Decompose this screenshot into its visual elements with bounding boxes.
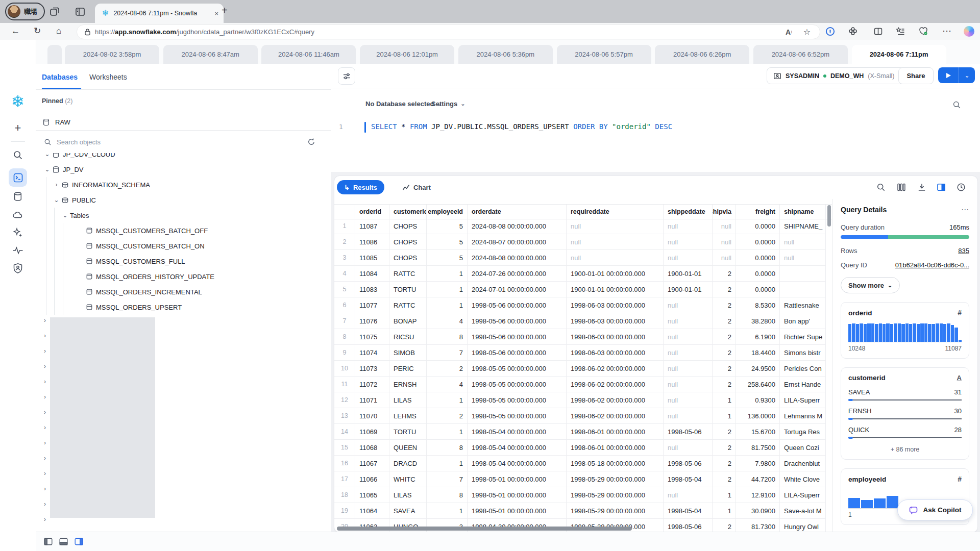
tab-close-icon[interactable]: × — [214, 10, 218, 17]
worksheet-tab[interactable]: 2024-08-06 11:46am — [261, 45, 356, 64]
table-row[interactable]: 1311070LEHMS21998-05-05 00:00:00.0001998… — [334, 408, 826, 424]
table-row[interactable]: 211086CHOPS52024-08-07 00:00:00.000nulln… — [334, 234, 826, 250]
layout-bottom-icon[interactable] — [59, 538, 68, 545]
table-row[interactable]: 811075RICSU81998-05-06 00:00:00.0001998-… — [334, 329, 826, 345]
table-row[interactable]: 711076BONAP41998-05-06 00:00:00.0001998-… — [334, 313, 826, 329]
favorite-star-icon[interactable]: ☆ — [803, 27, 811, 37]
chevron-right-icon[interactable]: › — [44, 378, 46, 385]
column-header-shipvia[interactable]: shipvia — [713, 205, 736, 219]
column-header-employeeid[interactable]: employeeid — [427, 205, 468, 219]
tab-results[interactable]: ↳ Results — [337, 180, 384, 194]
query-id-link[interactable]: 01b62a84-0c06-dd6c-0... — [895, 261, 969, 269]
column-header-requireddate[interactable]: requireddate — [567, 205, 664, 219]
extensions-icon[interactable] — [847, 25, 859, 37]
details-more-icon[interactable]: ⋯ — [961, 205, 969, 214]
chevron-down-icon[interactable]: ⌄ — [44, 166, 50, 172]
chevron-right-icon[interactable]: › — [44, 455, 46, 462]
results-search-icon[interactable] — [876, 183, 886, 192]
more-values-label[interactable]: + 86 more — [848, 446, 962, 453]
chevron-right-icon[interactable]: › — [44, 363, 46, 370]
browser-settings-icon[interactable]: ⋯ — [941, 25, 953, 37]
worksheet-tab[interactable]: 2024-08-06 5:36pm — [458, 45, 553, 64]
tree-item-mssql-customers-full[interactable]: MSSQL_CUSTOMERS_FULL — [36, 254, 331, 269]
chevron-right-icon[interactable]: › — [44, 485, 46, 492]
snowflake-logo[interactable]: ❄ — [0, 92, 36, 111]
vertical-scrollbar[interactable] — [827, 205, 831, 227]
share-button[interactable]: Share — [898, 67, 934, 84]
ai-sparkles-icon[interactable] — [0, 227, 36, 238]
chevron-right-icon[interactable]: › — [44, 439, 46, 446]
top-value-row[interactable]: QUICK28 — [848, 426, 962, 438]
back-icon[interactable]: ← — [11, 25, 20, 37]
table-row[interactable]: 311085CHOPS52024-08-08 00:00:00.000nulln… — [334, 250, 826, 266]
tree-item-jp-dv[interactable]: ⌄JP_DV — [36, 162, 331, 177]
table-row[interactable]: 411084RATTC12024-07-26 00:00:00.0001900-… — [334, 266, 826, 282]
worksheet-tab[interactable]: 2024-08-06 12:01pm — [360, 45, 454, 64]
column-card-orderid[interactable]: orderid # 10248 11087 — [841, 302, 969, 359]
data-icon[interactable] — [0, 191, 36, 202]
ask-copilot-button[interactable]: Ask Copilot — [897, 499, 973, 520]
worksheet-tab[interactable]: 2024-08-06 8:47am — [163, 45, 258, 64]
worksheet-tab-partial[interactable] — [47, 45, 62, 64]
run-options-chevron-icon[interactable]: ⌄ — [959, 67, 975, 83]
tree-item-jp-cdv-cloud[interactable]: ⌄JP_CDV_CLOUD — [36, 153, 331, 162]
column-card-customerid[interactable]: customerid A SAVEA31ERNSH30QUICK28 + 86 … — [841, 367, 969, 460]
download-icon[interactable] — [917, 183, 926, 192]
copilot-icon[interactable] — [963, 25, 975, 37]
column-header-freight[interactable]: freight — [736, 205, 780, 219]
chevron-right-icon[interactable]: › — [44, 332, 46, 339]
browser-essentials-icon[interactable] — [917, 25, 929, 37]
layout-left-icon[interactable] — [44, 538, 53, 545]
table-row[interactable]: 1511068QUEEN81998-05-04 00:00:00.0001998… — [334, 440, 826, 456]
table-row[interactable]: 511083TORTU12024-07-01 00:00:00.0001900-… — [334, 282, 826, 297]
tree-item-information-schema[interactable]: ›INFORMATION_SCHEMA — [36, 177, 331, 192]
table-row[interactable]: 1811065LILAS81998-05-01 00:00:00.0001998… — [334, 487, 826, 503]
address-bar[interactable]: https://app.snowflake.com/jugdhon/cdata_… — [77, 24, 820, 39]
tree-item-tables[interactable]: ⌄Tables — [36, 208, 331, 223]
top-value-row[interactable]: SAVEA31 — [848, 388, 962, 400]
worksheets-icon[interactable] — [9, 168, 27, 187]
table-row[interactable]: 1611067DRACD11998-05-04 00:00:00.0001998… — [334, 456, 826, 471]
worksheet-tab[interactable]: 2024-08-06 6:52pm — [753, 45, 848, 64]
table-row[interactable]: 1111072ERNSH41998-05-05 00:00:00.0001998… — [334, 377, 826, 392]
table-row[interactable]: 1711066WHITC71998-05-01 00:00:00.0001998… — [334, 471, 826, 487]
run-button[interactable]: ⌄ — [938, 67, 975, 83]
worksheet-tab[interactable]: 2024-08-06 6:26pm — [655, 45, 749, 64]
sidebar-tab-worksheets[interactable]: Worksheets — [89, 73, 127, 81]
table-row[interactable]: 1011073PERIC21998-05-05 00:00:00.0001998… — [334, 361, 826, 377]
chevron-down-icon[interactable]: ⌄ — [54, 197, 59, 203]
rows-value-link[interactable]: 835 — [958, 247, 969, 255]
chevron-right-icon[interactable]: › — [44, 470, 46, 477]
password-manager-icon[interactable] — [824, 25, 836, 37]
sql-statement[interactable]: SELECT * FROM JP_DV.PUBLIC.MSSQL_ORDERS_… — [371, 122, 672, 131]
worksheet-tab[interactable]: 2024-08-06 5:57pm — [557, 45, 651, 64]
split-screen-icon[interactable] — [872, 25, 884, 37]
chevron-right-icon[interactable]: › — [44, 500, 46, 508]
chevron-down-icon[interactable]: ⌄ — [44, 153, 50, 157]
table-row[interactable]: 1211071LILAS11998-05-05 00:00:00.0001998… — [334, 392, 826, 408]
column-header-orderid[interactable]: orderid — [355, 205, 389, 219]
new-browser-tab-button[interactable]: + — [222, 5, 228, 16]
tree-item-mssql-orders-upsert[interactable]: MSSQL_ORDERS_UPSERT — [36, 299, 331, 315]
tree-item-mssql-customers-batch-on[interactable]: MSSQL_CUSTOMERS_BATCH_ON — [36, 238, 331, 254]
activity-icon[interactable] — [0, 246, 36, 255]
column-header-shipname[interactable]: shipname — [780, 205, 826, 219]
chevron-right-icon[interactable]: › — [44, 347, 46, 355]
chevron-right-icon[interactable]: › — [44, 409, 46, 416]
browser-tab[interactable]: ❄ 2024-08-06 7:11pm - Snowfla × — [95, 4, 224, 23]
tree-item-mssql-customers-batch-off[interactable]: MSSQL_CUSTOMERS_BATCH_OFF — [36, 223, 331, 238]
chevron-right-icon[interactable]: › — [44, 516, 46, 523]
refresh-icon[interactable]: ↻ — [34, 25, 41, 37]
chevron-right-icon[interactable]: › — [44, 317, 46, 324]
marketplace-cloud-icon[interactable] — [0, 210, 36, 220]
chevron-down-icon[interactable]: ⌄ — [62, 212, 68, 218]
database-selector[interactable]: No Database selected⌄ — [365, 100, 442, 108]
table-row[interactable]: 1411069TORTU11998-05-04 00:00:00.0001998… — [334, 424, 826, 440]
chevron-right-icon[interactable]: › — [44, 393, 46, 400]
column-header-orderdate[interactable]: orderdate — [468, 205, 567, 219]
column-header-customerid[interactable]: customerid — [389, 205, 427, 219]
table-row[interactable]: 611077RATTC11998-05-06 00:00:00.0001998-… — [334, 297, 826, 313]
create-icon[interactable]: + — [0, 121, 36, 135]
home-icon[interactable]: ⌂ — [56, 25, 61, 37]
refresh-objects-icon[interactable] — [307, 138, 315, 146]
